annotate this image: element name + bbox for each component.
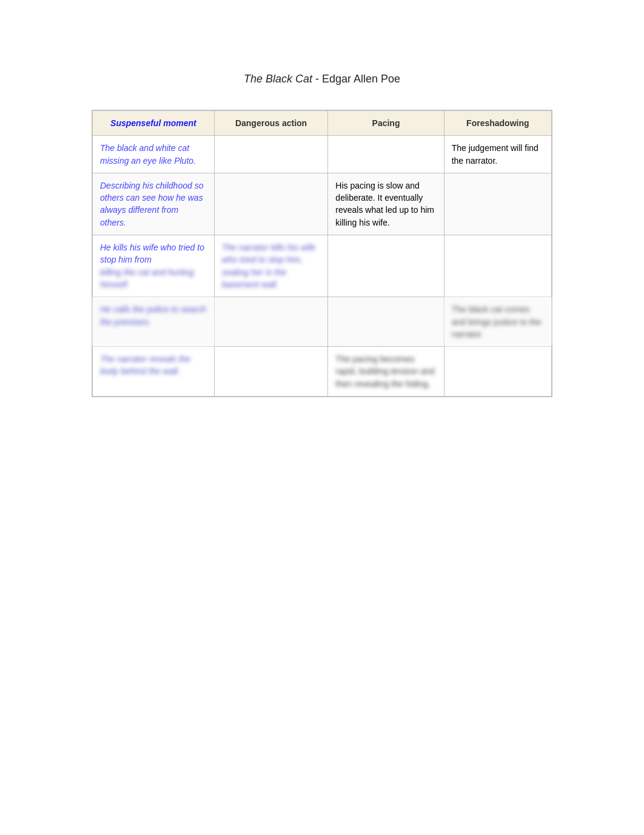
table-row: He calls the police to search the premis… [93, 297, 552, 347]
cell-foreshadowing-5 [444, 347, 551, 397]
cell-suspenseful-2: Describing his childhood so others can s… [93, 173, 215, 235]
main-table-container: Suspenseful moment Dangerous action Paci… [92, 110, 552, 397]
cell-foreshadowing-4: The black cat comes and brings justice t… [444, 297, 551, 347]
header-dangerous: Dangerous action [214, 111, 328, 136]
table-row: He kills his wife who tried to stop him … [93, 235, 552, 297]
cell-suspenseful-5: The narrator reveals the body behind the… [93, 347, 215, 397]
header-pacing: Pacing [328, 111, 444, 136]
cell-foreshadowing-3 [444, 235, 551, 297]
analysis-table: Suspenseful moment Dangerous action Paci… [92, 110, 552, 397]
cell-pacing-5: The pacing becomes rapid, building tensi… [328, 347, 444, 397]
cell-dangerous-3: The narrator kills his wife who tried to… [214, 235, 328, 297]
table-row: The black and white cat missing an eye l… [93, 136, 552, 173]
cell-suspenseful-4: He calls the police to search the premis… [93, 297, 215, 347]
cell-suspenseful-1: The black and white cat missing an eye l… [93, 136, 215, 173]
page-title: The Black Cat - Edgar Allen Poe [244, 73, 400, 86]
table-row: The narrator reveals the body behind the… [93, 347, 552, 397]
cell-dangerous-2 [214, 173, 328, 235]
header-foreshadowing: Foreshadowing [444, 111, 551, 136]
title-rest: - Edgar Allen Poe [312, 73, 400, 85]
cell-dangerous-4 [214, 297, 328, 347]
header-suspenseful: Suspenseful moment [93, 111, 215, 136]
cell-dangerous-5 [214, 347, 328, 397]
cell-suspenseful-3: He kills his wife who tried to stop him … [93, 235, 215, 297]
cell-foreshadowing-1: The judgement will find the narrator. [444, 136, 551, 173]
table-row: Describing his childhood so others can s… [93, 173, 552, 235]
cell-pacing-1 [328, 136, 444, 173]
cell-pacing-4 [328, 297, 444, 347]
cell-pacing-3 [328, 235, 444, 297]
title-italic: The Black Cat [244, 73, 312, 85]
cell-pacing-2: His pacing is slow and deliberate. It ev… [328, 173, 444, 235]
table-header-row: Suspenseful moment Dangerous action Paci… [93, 111, 552, 136]
cell-foreshadowing-2 [444, 173, 551, 235]
cell-dangerous-1 [214, 136, 328, 173]
